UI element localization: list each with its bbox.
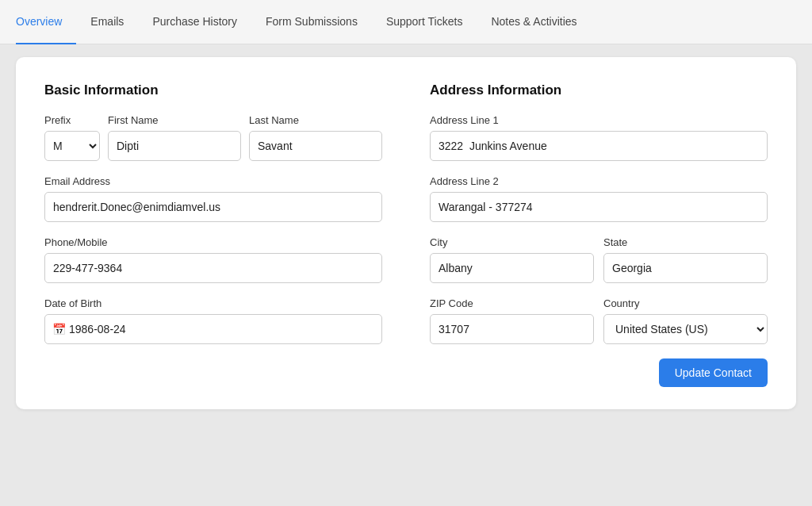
form-grid: Basic Information Prefix M Mr Mrs Ms Dr bbox=[44, 82, 768, 387]
email-input[interactable] bbox=[44, 192, 382, 222]
address1-label: Address Line 1 bbox=[430, 114, 768, 126]
zip-group: ZIP Code bbox=[430, 297, 594, 344]
email-label: Email Address bbox=[44, 175, 382, 187]
address2-group: Address Line 2 bbox=[430, 175, 768, 222]
country-select[interactable]: United States (US) Canada United Kingdom… bbox=[603, 314, 768, 344]
form-card: Basic Information Prefix M Mr Mrs Ms Dr bbox=[16, 57, 796, 409]
address2-label: Address Line 2 bbox=[430, 175, 768, 187]
address2-input[interactable] bbox=[430, 192, 768, 222]
tab-support-tickets[interactable]: Support Tickets bbox=[372, 0, 477, 44]
address-information-section: Address Information Address Line 1 Addre… bbox=[430, 82, 768, 387]
zip-country-row: ZIP Code Country United States (US) Cana… bbox=[430, 297, 768, 344]
name-row: Prefix M Mr Mrs Ms Dr First Name bbox=[44, 114, 382, 161]
calendar-icon: 📅 bbox=[52, 323, 66, 335]
dob-label: Date of Birth bbox=[44, 297, 382, 309]
tab-emails[interactable]: Emails bbox=[76, 0, 138, 44]
lastname-input[interactable] bbox=[249, 131, 382, 161]
firstname-input[interactable] bbox=[108, 131, 241, 161]
tab-purchase-history[interactable]: Purchase History bbox=[138, 0, 251, 44]
button-row: Update Contact bbox=[430, 358, 768, 387]
main-content: Basic Information Prefix M Mr Mrs Ms Dr bbox=[0, 44, 812, 506]
dob-group: Date of Birth 📅 bbox=[44, 297, 382, 344]
update-contact-button[interactable]: Update Contact bbox=[659, 358, 768, 387]
city-input[interactable] bbox=[430, 253, 594, 283]
phone-label: Phone/Mobile bbox=[44, 236, 382, 248]
city-state-row: City State bbox=[430, 236, 768, 283]
tab-overview[interactable]: Overview bbox=[16, 0, 76, 44]
phone-group: Phone/Mobile bbox=[44, 236, 382, 283]
lastname-group: Last Name bbox=[249, 114, 382, 161]
prefix-select[interactable]: M Mr Mrs Ms Dr bbox=[44, 131, 100, 161]
prefix-label: Prefix bbox=[44, 114, 100, 126]
city-group: City bbox=[430, 236, 594, 283]
firstname-label: First Name bbox=[108, 114, 241, 126]
city-label: City bbox=[430, 236, 594, 248]
prefix-group: Prefix M Mr Mrs Ms Dr bbox=[44, 114, 100, 161]
address1-group: Address Line 1 bbox=[430, 114, 768, 161]
tab-bar: Overview Emails Purchase History Form Su… bbox=[0, 0, 812, 44]
country-group: Country United States (US) Canada United… bbox=[603, 297, 768, 344]
country-label: Country bbox=[603, 297, 768, 309]
address-info-title: Address Information bbox=[430, 82, 768, 98]
dob-wrapper: 📅 bbox=[44, 314, 382, 344]
tab-notes-activities[interactable]: Notes & Activities bbox=[477, 0, 591, 44]
email-group: Email Address bbox=[44, 175, 382, 222]
zip-input[interactable] bbox=[430, 314, 594, 344]
state-input[interactable] bbox=[603, 253, 768, 283]
zip-label: ZIP Code bbox=[430, 297, 594, 309]
basic-information-section: Basic Information Prefix M Mr Mrs Ms Dr bbox=[44, 82, 382, 387]
basic-info-title: Basic Information bbox=[44, 82, 382, 98]
address1-input[interactable] bbox=[430, 131, 768, 161]
tab-form-submissions[interactable]: Form Submissions bbox=[251, 0, 372, 44]
firstname-group: First Name bbox=[108, 114, 241, 161]
phone-input[interactable] bbox=[44, 253, 382, 283]
dob-input[interactable] bbox=[44, 314, 382, 344]
state-label: State bbox=[603, 236, 768, 248]
lastname-label: Last Name bbox=[249, 114, 382, 126]
state-group: State bbox=[603, 236, 768, 283]
